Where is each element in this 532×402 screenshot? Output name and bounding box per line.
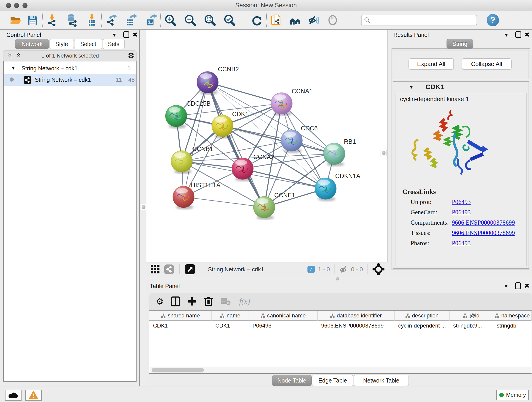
crosslink-row: GeneCard:P06493 — [411, 207, 515, 217]
float-table-icon[interactable] — [515, 282, 521, 289]
table-cell[interactable]: stringdb — [493, 321, 532, 331]
table-cell[interactable]: cyclin-dependent ... — [394, 321, 450, 331]
table-settings-gear-icon[interactable]: ⚙ — [156, 296, 164, 306]
window-zoom-button[interactable] — [22, 3, 27, 8]
close-panel-icon[interactable]: ✖ — [133, 32, 138, 38]
collapse-all-button[interactable]: Collapse All — [462, 58, 512, 70]
horizontal-splitter-handle[interactable] — [336, 277, 339, 281]
node-count: 11 — [116, 77, 122, 83]
gene-expander-icon[interactable]: ▼ — [409, 84, 414, 90]
left-splitter-handle[interactable] — [142, 205, 146, 209]
tab-network-table[interactable]: Network Table — [354, 375, 409, 386]
tab-select[interactable]: Select — [74, 39, 102, 49]
export-network-button[interactable] — [105, 14, 118, 27]
import-network-from-database-button[interactable] — [65, 14, 78, 27]
tab-sets[interactable]: Sets — [103, 39, 125, 49]
minimize-panel-icon[interactable]: ▼ — [112, 32, 117, 38]
network-options-gear-icon[interactable]: ⚙ — [128, 51, 134, 60]
window-minimize-button[interactable] — [14, 3, 19, 8]
birds-eye-view-icon[interactable] — [185, 264, 195, 274]
network-canvas[interactable]: CCNB2CCNA1CDC25BCDK1CDC6RB1CCNB1CCNA2CDK… — [146, 30, 387, 262]
warnings-button[interactable] — [25, 390, 42, 401]
import-table-icon — [85, 14, 98, 26]
tab-network[interactable]: Network — [15, 39, 49, 49]
column-header[interactable]: namespace — [493, 311, 532, 321]
delete-column-icon[interactable] — [204, 296, 213, 307]
tab-node-table[interactable]: Node Table — [272, 375, 312, 386]
tissues-link[interactable]: 9606.ENSP00000378699 — [452, 230, 515, 236]
column-header[interactable]: name — [212, 311, 249, 321]
search-box[interactable] — [361, 15, 477, 26]
table-hscrollbar[interactable] — [150, 367, 531, 373]
table-cell[interactable]: stringdb:9... — [450, 321, 493, 331]
memory-button[interactable]: Memory — [496, 390, 529, 400]
export-table-button[interactable] — [125, 14, 138, 27]
column-type-icon — [260, 313, 265, 318]
save-session-button[interactable] — [26, 14, 39, 27]
network-tree-root-row[interactable]: ▼ String Network – cdk1 1 — [4, 63, 136, 74]
column-header[interactable]: shared name — [149, 311, 212, 321]
horizontal-splitter[interactable] — [146, 276, 532, 281]
tree-expander-icon[interactable]: ▼ — [11, 65, 16, 71]
uniprot-link[interactable]: P06493 — [452, 198, 471, 205]
clone-network-button[interactable] — [270, 14, 283, 27]
show-columns-icon[interactable] — [171, 296, 180, 306]
float-results-icon[interactable] — [515, 31, 521, 38]
delete-table-icon — [220, 297, 231, 306]
column-header[interactable]: description — [394, 311, 450, 321]
compartments-link[interactable]: 9606.ENSP00000378699 — [452, 219, 515, 226]
pharos-link[interactable]: P06493 — [452, 240, 471, 247]
close-results-icon[interactable]: ✖ — [525, 32, 530, 38]
hide-selected-button[interactable] — [307, 14, 320, 27]
open-session-button[interactable] — [9, 14, 22, 27]
zoom-out-button[interactable] — [184, 14, 196, 27]
import-table-button[interactable] — [85, 14, 98, 27]
svg-text:RB1: RB1 — [344, 138, 356, 145]
table-cell[interactable]: CDK1 — [212, 321, 249, 331]
apply-layout-button[interactable] — [250, 14, 263, 27]
minimize-results-icon[interactable]: ▼ — [504, 32, 509, 38]
tab-edge-table[interactable]: Edge Table — [312, 375, 353, 386]
add-column-icon[interactable] — [187, 297, 196, 306]
network-view-toolbar: String Network – cdk1 ✓ 1 - 0 0 - 0 — [146, 262, 388, 276]
automation-status-button[interactable] — [5, 390, 22, 401]
tab-string[interactable]: String — [447, 39, 473, 49]
svg-text:CDC25B: CDC25B — [186, 100, 211, 107]
close-table-icon[interactable]: ✖ — [524, 283, 530, 289]
tab-style[interactable]: Style — [50, 39, 74, 49]
column-header[interactable]: database identifier — [317, 311, 394, 321]
crosshair-icon[interactable] — [373, 263, 385, 275]
houses-icon — [289, 13, 302, 27]
zoom-out-icon — [184, 14, 196, 26]
network-view-mode-icon[interactable] — [164, 264, 174, 274]
window-close-button[interactable] — [6, 3, 11, 8]
table-cell[interactable]: 9606.ENSP00000378699 — [317, 321, 394, 331]
genecard-link[interactable]: P06493 — [452, 209, 471, 216]
table-panel: Table Panel ▼ ✖ ⚙ f(x) — [146, 281, 532, 386]
float-panel-icon[interactable] — [123, 31, 129, 38]
column-header[interactable]: canonical name — [249, 311, 317, 321]
zoom-in-button[interactable] — [164, 14, 177, 27]
table-cell[interactable]: CDK1 — [149, 321, 212, 331]
network-tree-row-selected[interactable]: String Network – cdk1 11 48 — [4, 74, 136, 86]
minimize-table-icon[interactable]: ▼ — [504, 284, 509, 289]
control-panel: Control Panel ▼ ✖ Network Style Select S… — [0, 30, 139, 386]
expand-all-button[interactable]: Expand All — [409, 58, 454, 70]
left-splitter[interactable] — [139, 30, 146, 386]
export-image-button[interactable] — [144, 14, 157, 27]
import-network-button[interactable] — [46, 14, 59, 27]
grid-view-icon[interactable] — [150, 264, 160, 274]
zoom-selected-button[interactable] — [223, 14, 236, 27]
help-button[interactable]: ? — [487, 14, 499, 26]
title-bar: Session: New Session — [0, 0, 532, 11]
zoom-fit-button[interactable] — [203, 14, 216, 27]
results-panel: Results Panel ▼ ✖ String Expand All Coll… — [388, 30, 532, 276]
table-cell[interactable]: P06493 — [249, 321, 317, 331]
table-hscrollbar-thumb[interactable] — [152, 368, 204, 372]
column-header[interactable]: @id — [450, 311, 493, 321]
search-input[interactable] — [371, 17, 472, 23]
show-all-views-button[interactable] — [289, 14, 302, 27]
selected-checkbox-icon[interactable]: ✓ — [307, 266, 315, 273]
show-hidden-button[interactable] — [326, 14, 339, 27]
right-splitter-handle[interactable] — [382, 151, 386, 155]
